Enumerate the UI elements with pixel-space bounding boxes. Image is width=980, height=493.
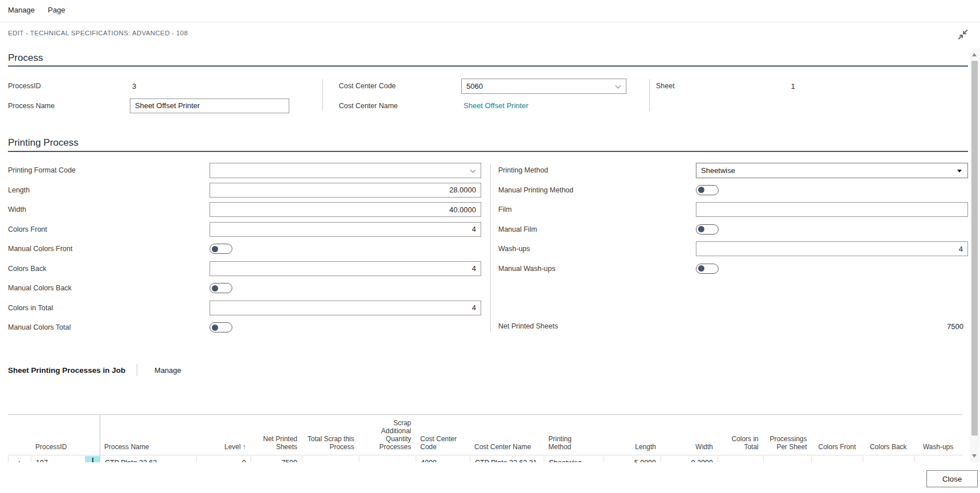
section-heading-process: Process xyxy=(8,52,43,64)
column-header-printing_method[interactable]: Printing Method xyxy=(544,435,604,455)
manual-wash-ups-label: Manual Wash-ups xyxy=(498,265,696,273)
cell-process-name[interactable]: CTP Plate 22.62 xyxy=(100,456,197,462)
colors-back-input[interactable] xyxy=(210,261,481,276)
column-header-process_id[interactable]: ProcessID xyxy=(31,443,85,455)
wash-ups-input[interactable] xyxy=(696,241,968,256)
chevron-down-icon[interactable] xyxy=(470,167,476,172)
manual-colors-back-toggle[interactable] xyxy=(210,283,232,293)
processid-value: 3 xyxy=(130,82,136,91)
manual-colors-back-label: Manual Colors Back xyxy=(8,284,210,292)
printing-col-divider xyxy=(490,164,491,332)
column-header-expand[interactable] xyxy=(8,451,31,455)
toggle-knob xyxy=(698,226,704,232)
close-button[interactable]: Close xyxy=(926,470,978,487)
select-arrow-icon xyxy=(957,170,962,172)
manual-wash-ups-toggle[interactable] xyxy=(696,264,719,274)
job-table-body: ›107CTP Plate 22.62075004000CTP Plate 22… xyxy=(8,456,962,462)
cell-colors-in-total[interactable] xyxy=(718,456,764,462)
column-header-colors_in_total[interactable]: Colors in Total xyxy=(717,435,763,455)
film-input[interactable] xyxy=(696,202,968,217)
section-heading-printing-process: Printing Process xyxy=(8,137,79,149)
cell-colors-front[interactable] xyxy=(812,456,863,462)
colors-back-label: Colors Back xyxy=(8,265,210,273)
process-col-divider-2 xyxy=(649,79,650,111)
scrollbar-down-arrow-icon[interactable] xyxy=(972,454,977,458)
column-header-processings_per_sheet[interactable]: Processings Per Sheet xyxy=(763,435,811,455)
process-left-column: ProcessID 3 Process Name xyxy=(8,76,310,116)
column-header-colors_back[interactable]: Colors Back xyxy=(863,443,914,455)
cell-processings-per-sheet[interactable] xyxy=(764,456,812,462)
cell-printing-method[interactable]: Sheetwise xyxy=(544,456,604,462)
cell-length[interactable]: 5.0000 xyxy=(604,456,661,462)
width-input[interactable] xyxy=(210,202,481,217)
cell-net-printed-sheets[interactable]: 7500 xyxy=(251,456,302,462)
cell-scrap-additional-quantity-processes[interactable] xyxy=(359,456,416,462)
manual-printing-method-toggle[interactable] xyxy=(696,185,719,195)
manual-colors-front-toggle[interactable] xyxy=(210,244,232,254)
film-label: Film xyxy=(498,206,696,213)
column-header-level[interactable]: Level ↑ xyxy=(196,443,251,455)
printing-heading-rule xyxy=(8,151,968,152)
printing-format-code-label: Printing Format Code xyxy=(8,166,210,174)
column-header-scrap_additional_quantity_processes[interactable]: Scrap Additional Quantity Processes xyxy=(359,419,416,455)
menubar: Manage Page xyxy=(0,0,980,22)
column-header-cost_center_name[interactable]: Cost Center Name xyxy=(470,443,544,455)
scrollbar-up-arrow-icon[interactable] xyxy=(972,53,977,56)
table-row[interactable]: ›107CTP Plate 22.62075004000CTP Plate 22… xyxy=(8,456,962,462)
subpage-manage-menu[interactable]: Manage xyxy=(154,366,181,375)
colors-front-label: Colors Front xyxy=(8,225,210,233)
column-header-cost_center_code[interactable]: Cost Center Code xyxy=(416,435,470,455)
toggle-knob xyxy=(212,285,218,291)
net-printed-sheets-label: Net Printed Sheets xyxy=(498,322,696,330)
toggle-knob xyxy=(212,246,218,252)
dialog-technical-specifications: Manage Page EDIT - TECHNICAL SPECIFICATI… xyxy=(0,0,980,493)
collapse-window-icon[interactable] xyxy=(956,27,970,42)
process-heading-rule xyxy=(8,65,968,67)
cell-cost-center-code[interactable]: 4000 xyxy=(416,456,470,462)
manual-film-toggle[interactable] xyxy=(696,224,719,235)
process-right-column: Sheet 1 xyxy=(656,76,963,96)
printing-format-code-combobox[interactable] xyxy=(210,163,481,178)
column-header-total_scrap_this_process[interactable]: Total Scrap this Process xyxy=(302,435,359,455)
manual-colors-front-label: Manual Colors Front xyxy=(8,245,210,253)
printing-method-select[interactable]: Sheetwise xyxy=(696,163,968,178)
row-expand-chevron[interactable]: › xyxy=(9,456,31,462)
menu-page[interactable]: Page xyxy=(48,6,65,14)
column-header-length[interactable]: Length xyxy=(604,443,661,455)
column-header-indicator[interactable] xyxy=(85,451,100,455)
cell-level[interactable]: 0 xyxy=(197,456,251,462)
cell-total-scrap-this-process[interactable] xyxy=(302,456,359,462)
process-name-input[interactable] xyxy=(130,98,289,113)
length-input[interactable] xyxy=(210,183,481,198)
vertical-scrollbar[interactable] xyxy=(970,48,979,462)
manual-printing-method-label: Manual Printing Method xyxy=(498,186,696,194)
width-label: Width xyxy=(8,206,210,213)
cell-cost-center-name[interactable]: CTP Plate 22.62 31 xyxy=(470,456,544,462)
wash-ups-label: Wash-ups xyxy=(498,245,696,253)
cost-center-code-combobox[interactable]: 5060 xyxy=(461,79,626,94)
colors-in-total-input[interactable] xyxy=(210,301,481,315)
printing-right-column: Printing Method Sheetwise Manual Printin… xyxy=(498,161,968,278)
column-header-net_printed_sheets[interactable]: Net Printed Sheets xyxy=(251,435,302,455)
column-header-width[interactable]: Width xyxy=(661,443,717,455)
column-header-colors_front[interactable]: Colors Front xyxy=(811,443,863,455)
column-header-process_name[interactable]: Process Name xyxy=(100,443,196,455)
cell-process-id[interactable]: 107 xyxy=(31,456,85,462)
scrollbar-thumb[interactable] xyxy=(971,61,978,436)
cell-width[interactable]: 0.2000 xyxy=(661,456,718,462)
colors-front-input[interactable] xyxy=(210,222,481,237)
manual-colors-total-toggle[interactable] xyxy=(210,322,232,332)
manual-film-label: Manual Film xyxy=(498,225,696,233)
menu-manage[interactable]: Manage xyxy=(8,6,35,14)
chevron-down-icon[interactable] xyxy=(616,83,621,88)
sheet-value: 1 xyxy=(789,82,795,91)
cell-wash-ups[interactable] xyxy=(915,456,962,462)
column-header-wash_ups[interactable]: Wash-ups xyxy=(914,443,962,455)
frozen-column-divider xyxy=(100,414,100,462)
subpage-title: Sheet Printing Processes in Job xyxy=(8,366,125,375)
cell-colors-back[interactable] xyxy=(863,456,915,462)
row-indicator[interactable] xyxy=(85,456,100,462)
manual-colors-total-label: Manual Colors Total xyxy=(8,323,210,331)
subpage-tab-divider xyxy=(137,364,137,376)
cost-center-name-link[interactable]: Sheet Offset Printer xyxy=(461,101,528,110)
